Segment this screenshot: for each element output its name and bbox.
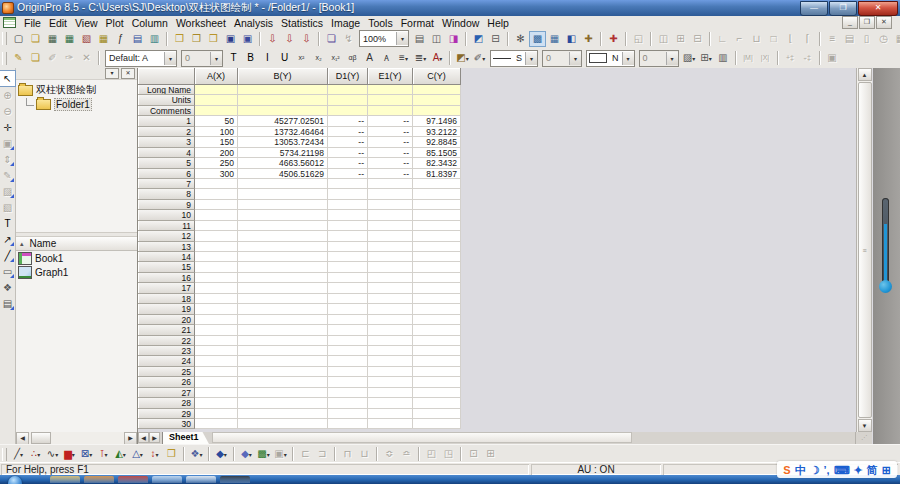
child-restore-button[interactable]: ❐ xyxy=(859,16,875,29)
taskbar-item[interactable] xyxy=(84,476,114,483)
tab-scroll-right-icon[interactable]: ▶ xyxy=(149,432,160,443)
row-number[interactable]: 21 xyxy=(138,325,195,335)
cell[interactable] xyxy=(238,336,328,346)
tree-item-root[interactable]: 双柱状图绘制 xyxy=(18,83,135,97)
table-properties-icon[interactable]: ▥ xyxy=(715,50,732,66)
cell[interactable] xyxy=(238,221,328,231)
row-label-long-name[interactable]: Long Name xyxy=(138,85,195,95)
import-multiple-ascii-icon[interactable]: ⇩ xyxy=(298,31,315,47)
taskbar-item[interactable] xyxy=(118,476,148,483)
line-plot-icon[interactable]: ╱▾ xyxy=(10,446,27,462)
font-tool-icon[interactable]: T xyxy=(225,50,242,66)
cell[interactable] xyxy=(413,409,461,419)
cell[interactable] xyxy=(195,294,238,304)
cell[interactable] xyxy=(368,367,413,377)
pattern-icon[interactable]: ▨▾ xyxy=(681,50,698,66)
zoom-level-combo[interactable]: 100% ▾ xyxy=(359,30,409,47)
cell[interactable] xyxy=(413,419,461,429)
line-tool-icon[interactable]: ╱ xyxy=(0,248,15,263)
row-number[interactable]: 16 xyxy=(138,273,195,283)
insert-graph-icon[interactable]: ▤ xyxy=(0,296,15,311)
punctuation-mode-icon[interactable]: ’, xyxy=(824,462,830,478)
list-item-book1[interactable]: Book1 xyxy=(16,251,137,265)
cell[interactable] xyxy=(195,252,238,262)
cell[interactable] xyxy=(195,283,238,293)
columns-icon[interactable]: ≣▾ xyxy=(412,50,429,66)
border-width-combo[interactable]: 0 ▾ xyxy=(639,50,679,67)
menu-statistics[interactable]: Statistics xyxy=(277,17,327,29)
cell[interactable]: -- xyxy=(368,158,413,168)
rectangle-tool-icon[interactable]: ▭ xyxy=(0,264,15,279)
cell[interactable] xyxy=(328,242,368,252)
cell[interactable] xyxy=(413,398,461,408)
new-folder-icon[interactable]: ❏ xyxy=(27,31,44,47)
data-reader-icon[interactable]: ✛ xyxy=(0,120,15,135)
cell[interactable] xyxy=(413,242,461,252)
sogou-logo-icon[interactable]: S xyxy=(783,462,790,478)
row-number[interactable]: 2 xyxy=(138,127,195,137)
cell[interactable] xyxy=(413,221,461,231)
row-number[interactable]: 11 xyxy=(138,221,195,231)
cell[interactable] xyxy=(238,325,328,335)
cell[interactable] xyxy=(238,262,328,272)
cell[interactable]: -- xyxy=(328,158,368,168)
chevron-down-icon[interactable]: ▾ xyxy=(164,52,176,65)
cell[interactable] xyxy=(328,273,368,283)
tree-item-folder1[interactable]: Folder1 xyxy=(18,97,135,111)
row-number[interactable]: 7 xyxy=(138,179,195,189)
cell[interactable]: 200 xyxy=(195,148,238,158)
fill-color-icon[interactable]: ◩▾ xyxy=(454,50,471,66)
cell[interactable] xyxy=(328,388,368,398)
cell[interactable] xyxy=(368,95,413,105)
cell[interactable] xyxy=(413,336,461,346)
line-symbol-plot-icon[interactable]: ∿▾ xyxy=(44,446,61,462)
cell[interactable]: 50 xyxy=(195,116,238,126)
chevron-down-icon[interactable]: ▾ xyxy=(622,52,634,65)
bold-icon[interactable]: B xyxy=(242,50,259,66)
cell[interactable] xyxy=(328,231,368,241)
greek-icon[interactable]: αβ xyxy=(344,50,361,66)
cell[interactable] xyxy=(413,304,461,314)
cell[interactable]: -- xyxy=(328,148,368,158)
cell[interactable] xyxy=(238,346,328,356)
cell[interactable] xyxy=(328,294,368,304)
row-number[interactable]: 27 xyxy=(138,388,195,398)
merge-cells-icon[interactable]: ⊞▾ xyxy=(698,50,715,66)
row-number[interactable]: 30 xyxy=(138,419,195,429)
cell[interactable] xyxy=(368,221,413,231)
pe-horizontal-scrollbar[interactable]: ◀ ▶ xyxy=(16,432,137,444)
cell[interactable] xyxy=(238,356,328,366)
cell[interactable] xyxy=(368,179,413,189)
cell[interactable] xyxy=(413,356,461,366)
row-label-comments[interactable]: Comments xyxy=(138,106,195,116)
cell[interactable] xyxy=(195,95,238,105)
underline-icon[interactable]: U xyxy=(276,50,293,66)
cell[interactable]: 81.8397 xyxy=(413,169,461,179)
cell[interactable] xyxy=(413,273,461,283)
cell[interactable]: 150 xyxy=(195,137,238,147)
cell[interactable] xyxy=(328,189,368,199)
cell[interactable] xyxy=(328,346,368,356)
scroll-left-icon[interactable]: ◀ xyxy=(16,432,29,445)
cell[interactable] xyxy=(195,273,238,283)
decrease-font-icon[interactable]: ᴀ xyxy=(378,50,395,66)
cell[interactable]: -- xyxy=(368,127,413,137)
cell[interactable]: 4663.56012 xyxy=(238,158,328,168)
cell[interactable] xyxy=(328,409,368,419)
cell[interactable] xyxy=(368,388,413,398)
cell[interactable] xyxy=(328,106,368,116)
chevron-down-icon[interactable]: ▾ xyxy=(666,52,678,65)
cell[interactable] xyxy=(238,409,328,419)
italic-icon[interactable]: I xyxy=(259,50,276,66)
cell[interactable]: -- xyxy=(328,127,368,137)
child-close-button[interactable]: ✕ xyxy=(876,16,892,29)
list-item-graph1[interactable]: Graph1 xyxy=(16,265,137,279)
cell[interactable]: 4506.51629 xyxy=(238,169,328,179)
save-project-icon[interactable]: ▣ xyxy=(222,31,239,47)
cell[interactable] xyxy=(195,388,238,398)
cell[interactable] xyxy=(368,200,413,210)
subscript-icon[interactable]: x₂ xyxy=(310,50,327,66)
cell[interactable] xyxy=(238,304,328,314)
cell[interactable] xyxy=(195,85,238,95)
import-wizard-icon[interactable]: ⇩ xyxy=(264,31,281,47)
